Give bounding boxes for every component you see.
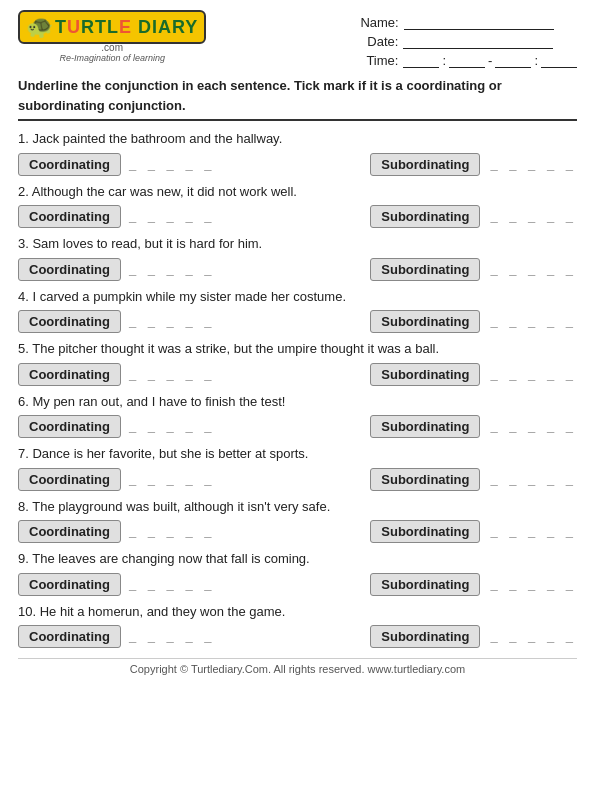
checkbox-row-3: Coordinating_ _ _ _ _Subordinating_ _ _ … [18, 258, 577, 281]
sentence-text-8: 8. The playground was built, although it… [18, 497, 577, 517]
checkbox-row-2: Coordinating_ _ _ _ _Subordinating_ _ _ … [18, 205, 577, 228]
subordinating-button-5[interactable]: Subordinating [370, 363, 480, 386]
checkbox-row-8: Coordinating_ _ _ _ _Subordinating_ _ _ … [18, 520, 577, 543]
subord-area-9: Subordinating_ _ _ _ _ [370, 573, 577, 596]
time-row: : - : [403, 52, 577, 68]
coord-dashes-1: _ _ _ _ _ [129, 157, 216, 172]
sentence-text-1: 1. Jack painted the bathroom and the hal… [18, 129, 577, 149]
coordinating-button-4[interactable]: Coordinating [18, 310, 121, 333]
coordinating-button-6[interactable]: Coordinating [18, 415, 121, 438]
subordinating-button-9[interactable]: Subordinating [370, 573, 480, 596]
coordinating-button-2[interactable]: Coordinating [18, 205, 121, 228]
checkbox-row-1: Coordinating_ _ _ _ _Subordinating_ _ _ … [18, 153, 577, 176]
subord-dashes-3: _ _ _ _ _ [490, 262, 577, 277]
sentence-text-9: 9. The leaves are changing now that fall… [18, 549, 577, 569]
logo-text: TURTLE DIARY [55, 17, 198, 38]
subord-dashes-4: _ _ _ _ _ [490, 314, 577, 329]
subordinating-button-7[interactable]: Subordinating [370, 468, 480, 491]
sentence-text-3: 3. Sam loves to read, but it is hard for… [18, 234, 577, 254]
coordinating-button-8[interactable]: Coordinating [18, 520, 121, 543]
name-fields: Name: Date: Time: : - : [360, 14, 577, 68]
coord-area-2: Coordinating_ _ _ _ _ [18, 205, 216, 228]
subordinating-button-10[interactable]: Subordinating [370, 625, 480, 648]
subord-area-3: Subordinating_ _ _ _ _ [370, 258, 577, 281]
sentences-container: 1. Jack painted the bathroom and the hal… [18, 129, 577, 648]
sentence-block-8: 8. The playground was built, although it… [18, 497, 577, 544]
footer: Copyright © Turtlediary.Com. All rights … [18, 658, 577, 675]
checkbox-row-10: Coordinating_ _ _ _ _Subordinating_ _ _ … [18, 625, 577, 648]
page: 🐢 TURTLE DIARY .com Re-Imagination of le… [0, 0, 595, 800]
coord-dashes-4: _ _ _ _ _ [129, 314, 216, 329]
sentence-block-6: 6. My pen ran out, and I have to finish … [18, 392, 577, 439]
turtle-icon: 🐢 [26, 14, 53, 40]
subord-area-4: Subordinating_ _ _ _ _ [370, 310, 577, 333]
coord-dashes-5: _ _ _ _ _ [129, 367, 216, 382]
time-h1 [403, 52, 439, 68]
coord-dashes-8: _ _ _ _ _ [129, 524, 216, 539]
sentence-text-5: 5. The pitcher thought it was a strike, … [18, 339, 577, 359]
coord-dashes-10: _ _ _ _ _ [129, 629, 216, 644]
subord-area-2: Subordinating_ _ _ _ _ [370, 205, 577, 228]
time-h2 [495, 52, 531, 68]
coord-area-10: Coordinating_ _ _ _ _ [18, 625, 216, 648]
subord-dashes-1: _ _ _ _ _ [490, 157, 577, 172]
sentence-block-10: 10. He hit a homerun, and they won the g… [18, 602, 577, 649]
time-m2 [541, 52, 577, 68]
subordinating-button-6[interactable]: Subordinating [370, 415, 480, 438]
logo-area: 🐢 TURTLE DIARY .com Re-Imagination of le… [18, 10, 206, 63]
coordinating-button-3[interactable]: Coordinating [18, 258, 121, 281]
logo-box: 🐢 TURTLE DIARY [18, 10, 206, 44]
coord-area-8: Coordinating_ _ _ _ _ [18, 520, 216, 543]
coord-dashes-2: _ _ _ _ _ [129, 209, 216, 224]
subord-dashes-6: _ _ _ _ _ [490, 419, 577, 434]
name-label: Name: [360, 15, 398, 30]
subord-dashes-7: _ _ _ _ _ [490, 472, 577, 487]
coordinating-button-5[interactable]: Coordinating [18, 363, 121, 386]
subordinating-button-3[interactable]: Subordinating [370, 258, 480, 281]
sentence-text-6: 6. My pen ran out, and I have to finish … [18, 392, 577, 412]
subord-area-1: Subordinating_ _ _ _ _ [370, 153, 577, 176]
divider [18, 119, 577, 121]
name-field-row: Name: [360, 14, 577, 30]
coordinating-button-7[interactable]: Coordinating [18, 468, 121, 491]
coord-dashes-7: _ _ _ _ _ [129, 472, 216, 487]
subord-dashes-9: _ _ _ _ _ [490, 577, 577, 592]
sentence-text-2: 2. Although the car was new, it did not … [18, 182, 577, 202]
coordinating-button-10[interactable]: Coordinating [18, 625, 121, 648]
subordinating-button-1[interactable]: Subordinating [370, 153, 480, 176]
sentence-text-7: 7. Dance is her favorite, but she is bet… [18, 444, 577, 464]
subordinating-button-8[interactable]: Subordinating [370, 520, 480, 543]
subord-area-10: Subordinating_ _ _ _ _ [370, 625, 577, 648]
date-label: Date: [360, 34, 398, 49]
time-field-row: Time: : - : [360, 52, 577, 68]
subordinating-button-4[interactable]: Subordinating [370, 310, 480, 333]
subord-area-8: Subordinating_ _ _ _ _ [370, 520, 577, 543]
date-field-row: Date: [360, 33, 577, 49]
coordinating-button-1[interactable]: Coordinating [18, 153, 121, 176]
sentence-text-10: 10. He hit a homerun, and they won the g… [18, 602, 577, 622]
checkbox-row-5: Coordinating_ _ _ _ _Subordinating_ _ _ … [18, 363, 577, 386]
subord-area-7: Subordinating_ _ _ _ _ [370, 468, 577, 491]
coord-dashes-6: _ _ _ _ _ [129, 419, 216, 434]
header: 🐢 TURTLE DIARY .com Re-Imagination of le… [18, 10, 577, 68]
sentence-block-5: 5. The pitcher thought it was a strike, … [18, 339, 577, 386]
sentence-block-9: 9. The leaves are changing now that fall… [18, 549, 577, 596]
sentence-block-1: 1. Jack painted the bathroom and the hal… [18, 129, 577, 176]
subordinating-button-2[interactable]: Subordinating [370, 205, 480, 228]
logo-com: .com [101, 42, 123, 53]
time-label: Time: [360, 53, 398, 68]
coord-area-4: Coordinating_ _ _ _ _ [18, 310, 216, 333]
coordinating-button-9[interactable]: Coordinating [18, 573, 121, 596]
subord-area-6: Subordinating_ _ _ _ _ [370, 415, 577, 438]
subord-dashes-2: _ _ _ _ _ [490, 209, 577, 224]
sentence-text-4: 4. I carved a pumpkin while my sister ma… [18, 287, 577, 307]
sentence-block-7: 7. Dance is her favorite, but she is bet… [18, 444, 577, 491]
logo-tagline: Re-Imagination of learning [59, 53, 165, 63]
coord-area-3: Coordinating_ _ _ _ _ [18, 258, 216, 281]
subord-area-5: Subordinating_ _ _ _ _ [370, 363, 577, 386]
instructions: Underline the conjunction in each senten… [18, 76, 577, 115]
name-line [404, 14, 554, 30]
coord-area-6: Coordinating_ _ _ _ _ [18, 415, 216, 438]
checkbox-row-9: Coordinating_ _ _ _ _Subordinating_ _ _ … [18, 573, 577, 596]
sentence-block-2: 2. Although the car was new, it did not … [18, 182, 577, 229]
